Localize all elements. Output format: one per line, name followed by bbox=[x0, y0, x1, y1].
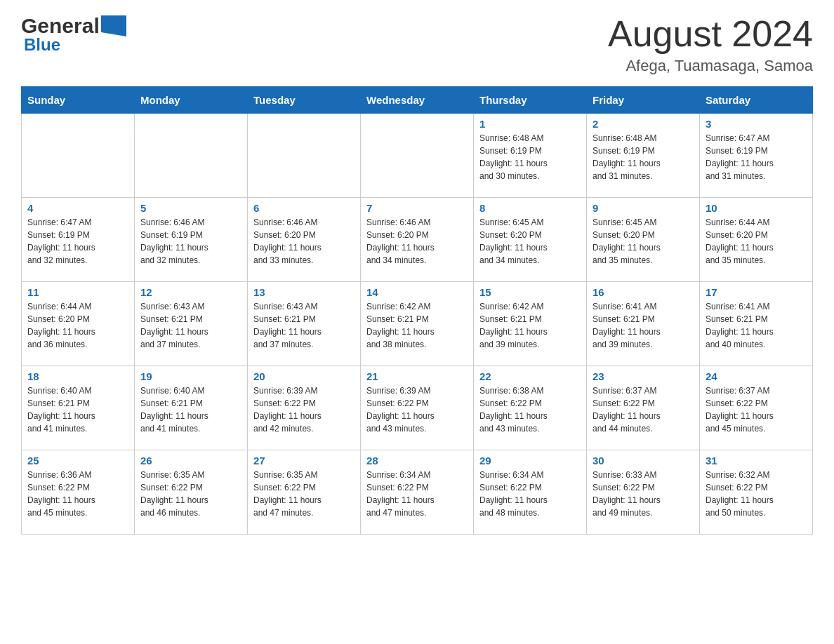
calendar-subtitle: Afega, Tuamasaga, Samoa bbox=[608, 57, 813, 75]
title-area: August 2024 Afega, Tuamasaga, Samoa bbox=[608, 14, 813, 75]
day-number: 20 bbox=[253, 370, 355, 382]
day-info: Sunrise: 6:44 AM Sunset: 6:20 PM Dayligh… bbox=[706, 216, 807, 267]
table-row: 27Sunrise: 6:35 AM Sunset: 6:22 PM Dayli… bbox=[248, 450, 361, 535]
table-row bbox=[22, 114, 135, 198]
calendar-week-row: 11Sunrise: 6:44 AM Sunset: 6:20 PM Dayli… bbox=[22, 282, 813, 366]
day-info: Sunrise: 6:47 AM Sunset: 6:19 PM Dayligh… bbox=[706, 132, 807, 182]
table-row: 7Sunrise: 6:46 AM Sunset: 6:20 PM Daylig… bbox=[361, 198, 474, 282]
day-number: 4 bbox=[27, 202, 128, 214]
table-row: 8Sunrise: 6:45 AM Sunset: 6:20 PM Daylig… bbox=[474, 198, 587, 282]
day-info: Sunrise: 6:41 AM Sunset: 6:21 PM Dayligh… bbox=[706, 300, 807, 351]
header-tuesday: Tuesday bbox=[248, 87, 361, 114]
day-number: 22 bbox=[479, 370, 581, 382]
day-number: 28 bbox=[366, 455, 468, 467]
header: General Blue August 2024 Afega, Tuamasag… bbox=[21, 14, 813, 75]
svg-rect-0 bbox=[101, 15, 126, 32]
table-row: 19Sunrise: 6:40 AM Sunset: 6:21 PM Dayli… bbox=[135, 366, 248, 450]
day-number: 7 bbox=[366, 202, 468, 214]
table-row: 3Sunrise: 6:47 AM Sunset: 6:19 PM Daylig… bbox=[700, 114, 813, 198]
day-info: Sunrise: 6:43 AM Sunset: 6:21 PM Dayligh… bbox=[253, 300, 355, 351]
day-info: Sunrise: 6:43 AM Sunset: 6:21 PM Dayligh… bbox=[140, 300, 241, 351]
day-info: Sunrise: 6:39 AM Sunset: 6:22 PM Dayligh… bbox=[366, 384, 468, 435]
table-row: 31Sunrise: 6:32 AM Sunset: 6:22 PM Dayli… bbox=[700, 450, 813, 535]
day-info: Sunrise: 6:40 AM Sunset: 6:21 PM Dayligh… bbox=[140, 384, 241, 435]
calendar-week-row: 1Sunrise: 6:48 AM Sunset: 6:19 PM Daylig… bbox=[22, 114, 813, 198]
day-info: Sunrise: 6:42 AM Sunset: 6:21 PM Dayligh… bbox=[479, 300, 581, 351]
table-row bbox=[248, 114, 361, 198]
table-row: 2Sunrise: 6:48 AM Sunset: 6:19 PM Daylig… bbox=[587, 114, 700, 198]
calendar-table: Sunday Monday Tuesday Wednesday Thursday… bbox=[21, 86, 813, 535]
header-thursday: Thursday bbox=[474, 87, 587, 114]
calendar-header-row: Sunday Monday Tuesday Wednesday Thursday… bbox=[22, 87, 813, 114]
day-number: 30 bbox=[593, 455, 694, 467]
day-number: 26 bbox=[140, 455, 241, 467]
calendar-week-row: 18Sunrise: 6:40 AM Sunset: 6:21 PM Dayli… bbox=[22, 366, 813, 450]
table-row: 24Sunrise: 6:37 AM Sunset: 6:22 PM Dayli… bbox=[700, 366, 813, 450]
logo-general-text: General bbox=[21, 14, 100, 38]
day-number: 8 bbox=[479, 202, 581, 214]
day-number: 3 bbox=[706, 118, 807, 130]
table-row: 14Sunrise: 6:42 AM Sunset: 6:21 PM Dayli… bbox=[361, 282, 474, 366]
day-number: 31 bbox=[706, 455, 807, 467]
table-row: 25Sunrise: 6:36 AM Sunset: 6:22 PM Dayli… bbox=[22, 450, 135, 535]
header-saturday: Saturday bbox=[700, 87, 813, 114]
day-info: Sunrise: 6:33 AM Sunset: 6:22 PM Dayligh… bbox=[593, 469, 694, 519]
table-row: 16Sunrise: 6:41 AM Sunset: 6:21 PM Dayli… bbox=[587, 282, 700, 366]
day-number: 18 bbox=[27, 370, 128, 382]
logo: General Blue bbox=[21, 14, 126, 55]
table-row: 21Sunrise: 6:39 AM Sunset: 6:22 PM Dayli… bbox=[361, 366, 474, 450]
day-info: Sunrise: 6:40 AM Sunset: 6:21 PM Dayligh… bbox=[27, 384, 128, 435]
day-number: 24 bbox=[706, 370, 807, 382]
day-number: 25 bbox=[27, 455, 128, 467]
day-info: Sunrise: 6:47 AM Sunset: 6:19 PM Dayligh… bbox=[27, 216, 128, 267]
table-row bbox=[361, 114, 474, 198]
day-info: Sunrise: 6:48 AM Sunset: 6:19 PM Dayligh… bbox=[479, 132, 581, 182]
table-row: 5Sunrise: 6:46 AM Sunset: 6:19 PM Daylig… bbox=[135, 198, 248, 282]
day-info: Sunrise: 6:37 AM Sunset: 6:22 PM Dayligh… bbox=[593, 384, 694, 435]
calendar-title: August 2024 bbox=[608, 14, 813, 54]
day-info: Sunrise: 6:45 AM Sunset: 6:20 PM Dayligh… bbox=[479, 216, 581, 267]
day-number: 12 bbox=[140, 286, 241, 298]
day-info: Sunrise: 6:44 AM Sunset: 6:20 PM Dayligh… bbox=[27, 300, 128, 351]
table-row: 9Sunrise: 6:45 AM Sunset: 6:20 PM Daylig… bbox=[587, 198, 700, 282]
header-wednesday: Wednesday bbox=[361, 87, 474, 114]
day-number: 9 bbox=[593, 202, 694, 214]
day-number: 19 bbox=[140, 370, 241, 382]
day-info: Sunrise: 6:35 AM Sunset: 6:22 PM Dayligh… bbox=[253, 469, 355, 519]
day-info: Sunrise: 6:46 AM Sunset: 6:19 PM Dayligh… bbox=[140, 216, 241, 267]
table-row: 20Sunrise: 6:39 AM Sunset: 6:22 PM Dayli… bbox=[248, 366, 361, 450]
header-monday: Monday bbox=[135, 87, 248, 114]
table-row: 13Sunrise: 6:43 AM Sunset: 6:21 PM Dayli… bbox=[248, 282, 361, 366]
day-info: Sunrise: 6:46 AM Sunset: 6:20 PM Dayligh… bbox=[253, 216, 355, 267]
day-info: Sunrise: 6:36 AM Sunset: 6:22 PM Dayligh… bbox=[27, 469, 128, 519]
table-row: 26Sunrise: 6:35 AM Sunset: 6:22 PM Dayli… bbox=[135, 450, 248, 535]
calendar-week-row: 4Sunrise: 6:47 AM Sunset: 6:19 PM Daylig… bbox=[22, 198, 813, 282]
logo-icon bbox=[101, 15, 126, 36]
table-row: 30Sunrise: 6:33 AM Sunset: 6:22 PM Dayli… bbox=[587, 450, 700, 535]
day-number: 21 bbox=[366, 370, 468, 382]
table-row: 15Sunrise: 6:42 AM Sunset: 6:21 PM Dayli… bbox=[474, 282, 587, 366]
table-row: 28Sunrise: 6:34 AM Sunset: 6:22 PM Dayli… bbox=[361, 450, 474, 535]
day-info: Sunrise: 6:41 AM Sunset: 6:21 PM Dayligh… bbox=[593, 300, 694, 351]
day-number: 2 bbox=[593, 118, 694, 130]
table-row: 22Sunrise: 6:38 AM Sunset: 6:22 PM Dayli… bbox=[474, 366, 587, 450]
day-info: Sunrise: 6:35 AM Sunset: 6:22 PM Dayligh… bbox=[140, 469, 241, 519]
table-row: 4Sunrise: 6:47 AM Sunset: 6:19 PM Daylig… bbox=[22, 198, 135, 282]
day-info: Sunrise: 6:45 AM Sunset: 6:20 PM Dayligh… bbox=[593, 216, 694, 267]
day-info: Sunrise: 6:38 AM Sunset: 6:22 PM Dayligh… bbox=[479, 384, 581, 435]
table-row: 12Sunrise: 6:43 AM Sunset: 6:21 PM Dayli… bbox=[135, 282, 248, 366]
table-row: 11Sunrise: 6:44 AM Sunset: 6:20 PM Dayli… bbox=[22, 282, 135, 366]
day-info: Sunrise: 6:34 AM Sunset: 6:22 PM Dayligh… bbox=[479, 469, 581, 519]
day-number: 13 bbox=[253, 286, 355, 298]
logo-blue-text: Blue bbox=[24, 35, 60, 54]
day-number: 15 bbox=[479, 286, 581, 298]
day-number: 1 bbox=[479, 118, 581, 130]
table-row: 23Sunrise: 6:37 AM Sunset: 6:22 PM Dayli… bbox=[587, 366, 700, 450]
day-number: 16 bbox=[593, 286, 694, 298]
day-number: 11 bbox=[27, 286, 128, 298]
table-row: 6Sunrise: 6:46 AM Sunset: 6:20 PM Daylig… bbox=[248, 198, 361, 282]
day-number: 27 bbox=[253, 455, 355, 467]
calendar-week-row: 25Sunrise: 6:36 AM Sunset: 6:22 PM Dayli… bbox=[22, 450, 813, 535]
header-friday: Friday bbox=[587, 87, 700, 114]
table-row: 10Sunrise: 6:44 AM Sunset: 6:20 PM Dayli… bbox=[700, 198, 813, 282]
